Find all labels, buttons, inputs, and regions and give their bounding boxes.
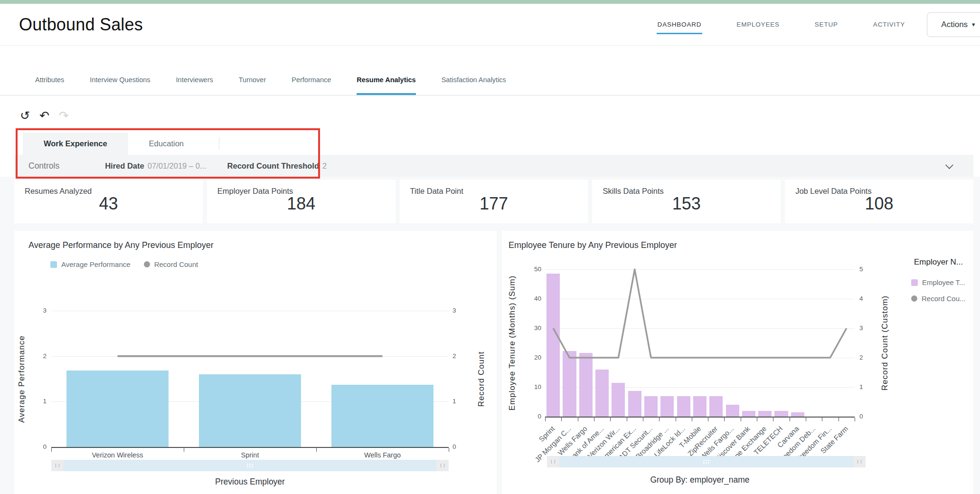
y-tick-label: 20: [521, 354, 541, 361]
kpi-value: 43: [14, 194, 203, 214]
y-tick-label: 0: [521, 413, 541, 420]
controls-bar[interactable]: Controls Hired Date07/01/2019 – 0... Rec…: [14, 155, 973, 177]
undo-icon[interactable]: ↶: [39, 109, 49, 122]
chevron-down-icon[interactable]: [945, 161, 953, 169]
y-tick-label: 0: [859, 413, 874, 420]
x-category-labels: Verizon WirelessSprintWells Fargo: [51, 451, 449, 459]
y-tick-label: 3: [28, 307, 47, 314]
legend-item-average-performance[interactable]: Average Performance: [50, 260, 131, 268]
nav-employees[interactable]: EMPLOYEES: [735, 15, 780, 34]
reset-icon[interactable]: ↺: [20, 109, 30, 122]
legend-item-record-cou[interactable]: Record Cou...: [911, 294, 973, 303]
legend-title: Employer N...: [914, 257, 973, 267]
x-category-labels: SprintJP Morgan C...Wells FargoBank of A…: [545, 418, 855, 459]
scrollbar-grip-dots: [247, 464, 248, 465]
legend-item-employee-t[interactable]: Employee T...: [911, 278, 973, 286]
tab-satisfaction-analytics[interactable]: Satisfaction Analytics: [442, 76, 506, 95]
circle-swatch: [144, 261, 150, 267]
tab-interview-questions[interactable]: Interview Questions: [90, 76, 150, 95]
y-tick-label: 40: [521, 295, 541, 303]
legend-item-record-count[interactable]: Record Count: [144, 260, 198, 268]
tab-work-experience[interactable]: Work Experience: [23, 133, 128, 155]
filter-name: Record Count Threshold: [227, 162, 319, 170]
square-swatch: [50, 261, 57, 268]
avg-performance-chart-panel: Average Performance by Any Previous Empl…: [14, 231, 497, 494]
scrollbar-track[interactable]: [64, 460, 436, 471]
y-axis-label-left: Average Performance: [17, 335, 27, 423]
chart-title: Employee Tenure by Any Previous Employer: [509, 240, 677, 250]
legend-label: Employee T...: [922, 278, 965, 286]
dashboard-tab-bar: AttributesInterview QuestionsInterviewer…: [0, 46, 980, 95]
tab-education[interactable]: Education: [128, 133, 205, 155]
kpi-row: Resumes Analyzed43Employer Data Points18…: [14, 180, 973, 223]
y-tick-label: 4: [859, 295, 874, 303]
resume-analytics-panel: ↺↶↷ Work ExperienceEducation Controls Hi…: [0, 96, 980, 177]
page-title: Outbound Sales: [19, 15, 143, 35]
y-tick-label: 1: [452, 398, 471, 405]
tab-separator: [219, 137, 219, 150]
redo-icon[interactable]: ↷: [59, 109, 69, 122]
kpi-value: 184: [207, 194, 396, 214]
scrollbar-handle-left[interactable]: [51, 460, 64, 471]
square-swatch: [911, 279, 918, 286]
kpi-value: 177: [400, 194, 588, 214]
tab-attributes[interactable]: Attributes: [35, 76, 64, 95]
y-tick-label: 2: [28, 352, 47, 360]
filter-value: 07/01/2019 – 0...: [148, 162, 207, 170]
tab-performance[interactable]: Performance: [292, 76, 331, 95]
tab-interviewers[interactable]: Interviewers: [176, 76, 213, 95]
x-tick: [449, 448, 449, 452]
tab-turnover[interactable]: Turnover: [239, 76, 266, 95]
y-tick-label: 30: [521, 324, 541, 332]
controls-label: Controls: [28, 161, 59, 171]
y-axis-label-left: Employee Tenure (Months) (Sum): [508, 276, 517, 411]
circle-swatch: [911, 295, 917, 302]
legend-label: Record Count: [154, 260, 198, 268]
filter-record-count-threshold[interactable]: Record Count Threshold2: [227, 162, 327, 171]
y-axis-label-right: Record Count: [477, 352, 486, 407]
left-chart-plot: [51, 311, 449, 447]
nav-dashboard[interactable]: DASHBOARD: [657, 15, 703, 34]
chart-scrollbar[interactable]: [547, 456, 866, 467]
kpi-value: 108: [785, 194, 973, 214]
top-accent-strip: [0, 0, 980, 4]
y-tick-label: 3: [452, 307, 471, 314]
scrollbar-handle-right[interactable]: [853, 456, 866, 467]
kpi-value: 153: [592, 194, 781, 214]
scrollbar-handle-right[interactable]: [436, 460, 449, 471]
y-axis-label-right: Record Count (Custom): [880, 295, 890, 391]
kpi-card-resumes-analyzed: Resumes Analyzed43: [14, 180, 203, 223]
x-axis-title: Previous Employer: [51, 477, 449, 487]
y-axis-ticks-right: 012345: [859, 269, 874, 417]
scrollbar-grip-dots: [703, 460, 705, 461]
employee-tenure-chart-panel: Employee Tenure by Any Previous Employer…: [502, 231, 973, 494]
y-tick-label: 1: [28, 398, 47, 405]
y-tick-label: 2: [452, 352, 471, 360]
y-tick-label: 2: [859, 354, 874, 361]
scrollbar-handle-left[interactable]: [547, 456, 559, 467]
actions-button[interactable]: Actions ▾: [927, 12, 980, 37]
undo-toolbar: ↺↶↷: [20, 109, 69, 122]
right-chart-plot: [545, 269, 855, 417]
chart-scrollbar[interactable]: [51, 460, 449, 471]
y-tick-label: 50: [521, 266, 541, 273]
kpi-card-employer-data-points: Employer Data Points184: [207, 180, 396, 223]
experience-tabs: Work ExperienceEducation: [23, 133, 219, 155]
tab-resume-analytics[interactable]: Resume Analytics: [357, 76, 415, 95]
page: Outbound Sales DASHBOARDEMPLOYEESSETUPAC…: [0, 0, 980, 494]
filter-hired-date[interactable]: Hired Date07/01/2019 – 0...: [105, 162, 206, 171]
x-tick: [855, 418, 855, 421]
y-axis-ticks-right: 0123: [452, 311, 471, 447]
caret-down-icon: ▾: [972, 21, 975, 28]
record-count-line: [51, 311, 449, 447]
y-tick-label: 0: [28, 443, 47, 451]
nav-activity[interactable]: ACTIVITY: [872, 15, 906, 34]
x-category-wells-fargo: Wells Fargo: [316, 451, 449, 459]
y-tick-label: 3: [859, 324, 874, 332]
scrollbar-track[interactable]: [559, 456, 853, 467]
filter-value: 2: [322, 162, 327, 170]
kpi-card-skills-data-points: Skills Data Points153: [592, 180, 781, 223]
filter-name: Hired Date: [105, 162, 144, 170]
nav-setup[interactable]: SETUP: [814, 15, 839, 34]
legend-label: Record Cou...: [922, 294, 966, 303]
